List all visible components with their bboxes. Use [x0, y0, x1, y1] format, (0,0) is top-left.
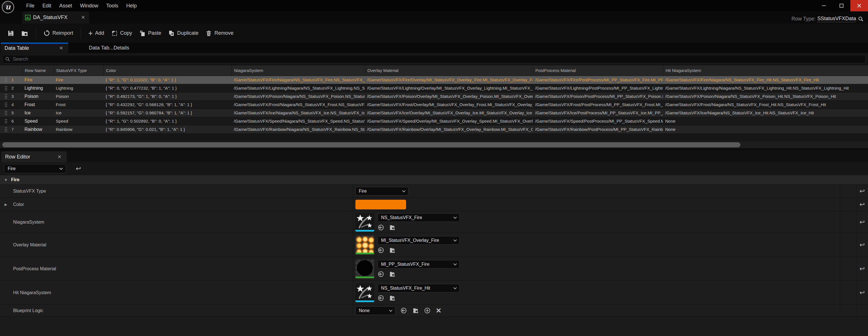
- blueprint-logic-dropdown[interactable]: None: [355, 306, 395, 315]
- scrollbar-thumb[interactable]: [2, 142, 740, 147]
- row-type-search-icon[interactable]: [858, 16, 864, 22]
- drag-handle-icon[interactable]: [5, 119, 7, 124]
- browse-to-asset-button[interactable]: [18, 28, 32, 39]
- browse-to-icon[interactable]: [389, 271, 396, 277]
- menu-asset[interactable]: Asset: [55, 0, 76, 11]
- reset-to-default-icon[interactable]: ↩: [860, 219, 865, 225]
- use-selected-icon[interactable]: [378, 271, 384, 277]
- niagara-asset-dropdown[interactable]: NS_StatusVFX_Fire: [378, 213, 460, 222]
- copy-button[interactable]: Copy: [107, 28, 135, 39]
- save-button[interactable]: [4, 28, 18, 39]
- save-icon: [7, 30, 14, 37]
- tab-data-table[interactable]: Data Table ✕: [1, 43, 68, 53]
- search-input[interactable]: [13, 56, 863, 62]
- browse-to-icon[interactable]: [412, 307, 419, 314]
- paste-button[interactable]: Paste: [135, 28, 164, 39]
- category-header-fire[interactable]: ▼ Fire: [0, 175, 868, 184]
- paste-label: Paste: [148, 30, 161, 36]
- tab-data-table-close-icon[interactable]: ✕: [58, 45, 64, 51]
- table-row-ice[interactable]: 5 Ice Ice { "R": 0.592157, "G": 0.960784…: [0, 109, 868, 117]
- hit-niagara-thumbnail[interactable]: [355, 283, 374, 302]
- table-row-frost[interactable]: 4 Frost Frost { "R": 0.432292, "G": 0.56…: [0, 101, 868, 109]
- maximize-button[interactable]: [833, 0, 850, 11]
- statusvfx-type-dropdown[interactable]: Fire: [355, 187, 408, 196]
- row-editor-tab-close-icon[interactable]: ✕: [56, 154, 63, 160]
- reset-to-default-icon[interactable]: ↩: [860, 201, 865, 208]
- row-type-value-link[interactable]: SStatusVFXData: [817, 15, 856, 22]
- clear-asset-icon[interactable]: ✕: [436, 307, 441, 314]
- panel-divider[interactable]: [0, 148, 868, 150]
- overlay-material-dropdown[interactable]: MI_StatusVFX_Overlay_Fire: [378, 236, 460, 245]
- reset-to-default-icon[interactable]: ↩: [860, 188, 865, 194]
- chevron-down-icon: [453, 287, 457, 290]
- row-editor-tab-label: Row Editor: [5, 154, 56, 160]
- duplicate-button[interactable]: Duplicate: [164, 28, 202, 39]
- remove-button[interactable]: Remove: [202, 28, 237, 39]
- material-sphere: [357, 260, 373, 276]
- cell-row-name: Fire: [22, 76, 54, 84]
- use-selected-icon[interactable]: [378, 295, 384, 301]
- reset-to-default-icon[interactable]: ↩: [860, 266, 865, 272]
- color-swatch[interactable]: [355, 200, 406, 209]
- menu-window[interactable]: Window: [76, 0, 102, 11]
- add-button[interactable]: + Add: [85, 28, 107, 38]
- postprocess-material-dropdown[interactable]: MI_PP_StatusVFX_Fire: [378, 260, 460, 269]
- column-header-overlay-material[interactable]: Overlay Material: [365, 65, 533, 76]
- column-header-niagarasystem[interactable]: NiagaraSystem: [231, 65, 365, 76]
- postprocess-material-thumbnail[interactable]: [355, 260, 374, 278]
- table-row-poison[interactable]: 3 Poison Poison { "R": 0.492173, "G": 1,…: [0, 93, 868, 101]
- menu-help[interactable]: Help: [122, 0, 141, 11]
- drag-handle-icon[interactable]: [5, 94, 7, 99]
- reset-row-icon[interactable]: ↩: [76, 166, 81, 172]
- minimize-button[interactable]: [815, 0, 833, 11]
- cell-postprocess: /Game/StatusVFX/Speed/PostProcess/MI_PP_…: [533, 117, 663, 125]
- table-row-speed[interactable]: 6 Speed Speed { "R": 1, "G": 0.502892, "…: [0, 117, 868, 126]
- horizontal-scrollbar[interactable]: [0, 141, 868, 148]
- hit-niagara-dropdown[interactable]: NS_StatusVFX_Fire_Hit: [378, 284, 460, 293]
- menu-edit[interactable]: Edit: [38, 0, 55, 11]
- expander-arrow-icon[interactable]: ▶: [5, 203, 7, 207]
- trash-icon: [205, 30, 212, 37]
- drag-handle-icon[interactable]: [5, 86, 7, 91]
- asset-tab-close-icon[interactable]: ✕: [80, 14, 86, 21]
- drag-handle-icon[interactable]: [5, 77, 7, 82]
- table-row-lightning[interactable]: 2 Lightning Lightning { "R": 0, "G": 0.4…: [0, 84, 868, 93]
- hit-niagarasystem-label: Hit NiagaraSystem: [0, 281, 353, 304]
- niagara-thumbnail[interactable]: [355, 213, 374, 232]
- cell-postprocess: /Game/StatusVFX/Ice/PostProcess/MI_PP_St…: [533, 109, 663, 117]
- table-row-fire[interactable]: 1 Fire Fire { "R": 1, "G": 0.111022, "B"…: [0, 76, 868, 84]
- column-header-postprocess-material[interactable]: PostProcess Material: [533, 65, 663, 76]
- drag-handle-icon[interactable]: [5, 102, 7, 107]
- column-header-hit-niagarasystem[interactable]: Hit NiagaraSystem: [663, 65, 868, 76]
- asset-tab-da-statusvfx[interactable]: DA_StatusVFX ✕: [22, 11, 89, 24]
- use-selected-icon[interactable]: [400, 307, 407, 314]
- reset-to-default-icon[interactable]: ↩: [860, 290, 865, 296]
- column-header-color[interactable]: Color: [103, 65, 231, 76]
- drag-handle-icon[interactable]: [5, 127, 7, 132]
- column-header-statusvfx-type[interactable]: StatusVFX Type: [54, 65, 103, 76]
- table-row-rainbow[interactable]: 7 Rainbow Rainbow { "R": 0.845906, "G": …: [0, 126, 868, 134]
- close-button[interactable]: [850, 0, 868, 11]
- paste-icon: [139, 30, 146, 37]
- column-header-row-name[interactable]: Row Name: [22, 65, 54, 76]
- overlay-material-value: MI_StatusVFX_Overlay_Fire: [381, 238, 439, 243]
- drag-handle-icon[interactable]: [5, 110, 7, 115]
- browse-to-icon[interactable]: [389, 295, 396, 301]
- use-selected-icon[interactable]: [378, 247, 384, 254]
- browse-to-icon[interactable]: [389, 247, 396, 254]
- tab-row-editor[interactable]: Row Editor ✕: [1, 152, 67, 162]
- browse-to-icon[interactable]: [389, 224, 396, 231]
- search-box[interactable]: [2, 55, 866, 63]
- reset-to-default-icon[interactable]: ↩: [860, 242, 865, 248]
- tab-data-table-details[interactable]: Data Tab...Details: [85, 43, 133, 53]
- overlay-material-thumbnail[interactable]: [355, 236, 374, 254]
- row-select-dropdown[interactable]: Fire: [4, 164, 66, 173]
- menu-file[interactable]: File: [22, 0, 38, 11]
- table-body: 1 Fire Fire { "R": 1, "G": 0.111022, "B"…: [0, 76, 868, 134]
- cell-niagara: /Game/StatusVFX/Poison/Niagara/NS_Status…: [231, 93, 365, 100]
- use-selected-icon[interactable]: [378, 224, 384, 231]
- menu-tools[interactable]: Tools: [102, 0, 122, 11]
- add-new-asset-icon[interactable]: [424, 307, 431, 314]
- data-table-asset-icon: [25, 15, 30, 20]
- reimport-button[interactable]: Reimport: [40, 28, 76, 39]
